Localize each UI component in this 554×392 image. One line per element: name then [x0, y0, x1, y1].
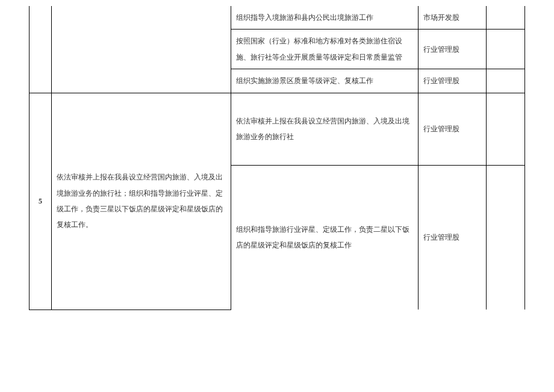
- cell-dept: 行业管理股: [419, 165, 487, 310]
- cell-dept: 市场开发股: [419, 6, 487, 30]
- cell-last-empty: [487, 165, 525, 310]
- cell-dept: 行业管理股: [419, 30, 487, 69]
- cell-detail: 依法审核并上报在我县设立经营国内旅游、入境及出境旅游业务的旅行社: [231, 93, 419, 165]
- cell-desc: 依法审核并上报在我县设立经营国内旅游、入境及出境旅游业务的旅行社；组织和指导旅游…: [51, 93, 231, 310]
- cell-detail: 组织实施旅游景区质量等级评定、复核工作: [231, 69, 419, 93]
- cell-desc-empty: [51, 6, 231, 93]
- cell-last-empty: [487, 30, 525, 69]
- cell-last-empty: [487, 69, 525, 93]
- cell-last-empty: [487, 6, 525, 30]
- cell-num: 5: [30, 93, 52, 310]
- cell-detail: 组织指导入境旅游和县内公民出境旅游工作: [231, 6, 419, 30]
- table-row: 组织指导入境旅游和县内公民出境旅游工作 市场开发股: [30, 6, 525, 30]
- cell-dept: 行业管理股: [419, 93, 487, 165]
- responsibility-table: 组织指导入境旅游和县内公民出境旅游工作 市场开发股 按照国家（行业）标准和地方标…: [29, 6, 525, 310]
- cell-detail: 按照国家（行业）标准和地方标准对各类旅游住宿设施、旅行社等企业开展质量等级评定和…: [231, 30, 419, 69]
- document-page: 组织指导入境旅游和县内公民出境旅游工作 市场开发股 按照国家（行业）标准和地方标…: [0, 0, 554, 392]
- cell-last-empty: [487, 93, 525, 165]
- cell-detail: 组织和指导旅游行业评星、定级工作，负责二星以下饭店的星级评定和星级饭店的复核工作: [231, 165, 419, 310]
- cell-num-empty: [30, 6, 52, 93]
- cell-dept: 行业管理股: [419, 69, 487, 93]
- table-row: 5 依法审核并上报在我县设立经营国内旅游、入境及出境旅游业务的旅行社；组织和指导…: [30, 93, 525, 165]
